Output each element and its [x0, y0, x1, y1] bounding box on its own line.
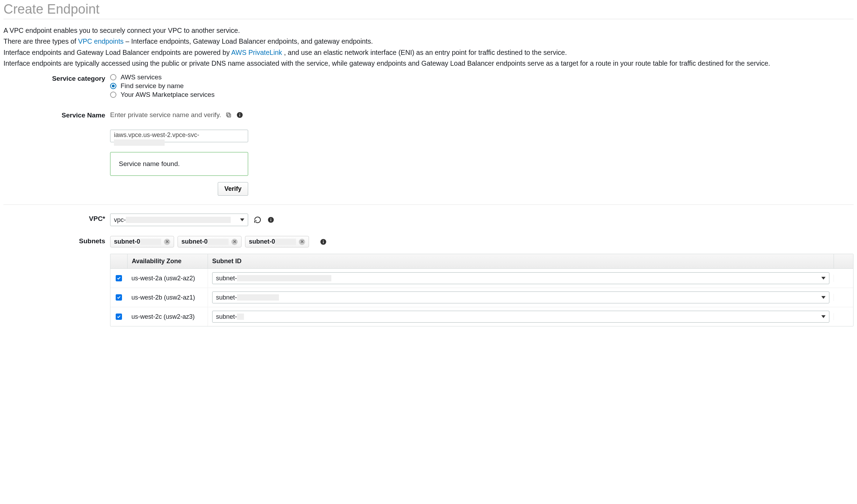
table-row: us-west-2a (usw2-az2) subnet-: [110, 269, 853, 288]
chevron-down-icon: [821, 277, 826, 280]
az-cell: us-west-2c (usw2-az3): [127, 310, 208, 324]
svg-rect-10: [323, 240, 324, 241]
subnet-table: Availability Zone Subnet ID us-west-2a (…: [110, 254, 854, 326]
info-icon[interactable]: [267, 216, 275, 224]
subnets-label: Subnets: [3, 236, 110, 245]
vpc-endpoints-link[interactable]: VPC endpoints: [78, 37, 124, 45]
service-category-label: Service category: [3, 73, 110, 82]
svg-rect-1: [226, 113, 230, 116]
refresh-icon[interactable]: [254, 216, 261, 224]
subnet-dropdown[interactable]: subnet-: [212, 272, 829, 284]
col-subnet-id: Subnet ID: [208, 254, 834, 268]
az-cell: us-west-2a (usw2-az2): [127, 271, 208, 286]
info-icon[interactable]: [236, 111, 244, 119]
chevron-down-icon: [240, 218, 244, 221]
radio-find-by-name-label: Find service by name: [121, 82, 184, 90]
radio-find-by-name[interactable]: [110, 83, 116, 89]
divider: [3, 204, 854, 205]
radio-marketplace-label: Your AWS Marketplace services: [121, 91, 215, 99]
row-checkbox[interactable]: [116, 275, 122, 281]
chevron-down-icon: [821, 315, 826, 318]
svg-rect-0: [228, 114, 231, 117]
col-az: Availability Zone: [127, 254, 208, 268]
subnet-chip[interactable]: subnet-0 ✕: [178, 236, 242, 247]
subnet-chip[interactable]: subnet-0 ✕: [245, 236, 309, 247]
radio-aws-services[interactable]: [110, 74, 116, 80]
intro-line4: Interface endpoints are typically access…: [3, 58, 854, 69]
table-header: Availability Zone Subnet ID: [110, 254, 853, 269]
remove-chip-icon[interactable]: ✕: [164, 239, 170, 245]
row-checkbox[interactable]: [116, 294, 122, 301]
intro-block: A VPC endpoint enables you to securely c…: [3, 26, 854, 69]
service-name-success: Service name found.: [110, 152, 248, 176]
svg-rect-9: [323, 241, 324, 243]
redacted-service-suffix: [114, 139, 165, 146]
az-cell: us-west-2b (usw2-az1): [127, 290, 208, 305]
vpc-label: VPC*: [3, 214, 110, 223]
svg-rect-3: [239, 114, 240, 116]
remove-chip-icon[interactable]: ✕: [231, 239, 238, 245]
copy-icon[interactable]: [225, 111, 232, 119]
service-name-input[interactable]: iaws.vpce.us-west-2.vpce-svc-: [110, 130, 248, 142]
radio-aws-services-label: AWS services: [121, 73, 162, 81]
info-icon[interactable]: [319, 238, 327, 246]
redacted-vpc-id: [126, 217, 231, 223]
service-name-hint: Enter private service name and verify.: [110, 111, 221, 119]
subnet-dropdown[interactable]: subnet-: [212, 291, 829, 303]
remove-chip-icon[interactable]: ✕: [299, 239, 305, 245]
service-name-label: Service Name: [3, 110, 110, 119]
row-checkbox[interactable]: [116, 314, 122, 320]
svg-rect-6: [271, 219, 271, 221]
table-row: us-west-2c (usw2-az3) subnet-: [110, 307, 853, 326]
vpc-dropdown[interactable]: vpc-: [110, 214, 248, 226]
intro-line2: There are three types of VPC endpoints –…: [3, 36, 854, 46]
intro-line1: A VPC endpoint enables you to securely c…: [3, 26, 854, 36]
subnet-dropdown[interactable]: subnet-: [212, 311, 829, 323]
table-row: us-west-2b (usw2-az1) subnet-: [110, 288, 853, 307]
verify-button[interactable]: Verify: [218, 182, 248, 196]
subnet-chip[interactable]: subnet-0 ✕: [110, 236, 174, 247]
page-title: Create Endpoint: [3, 2, 854, 17]
chevron-down-icon: [821, 296, 826, 299]
aws-privatelink-link[interactable]: AWS PrivateLink: [231, 49, 282, 56]
radio-marketplace[interactable]: [110, 92, 116, 98]
svg-rect-7: [271, 218, 271, 219]
intro-line3: Interface endpoints and Gateway Load Bal…: [3, 48, 854, 58]
divider: [3, 19, 854, 19]
svg-rect-4: [239, 113, 240, 114]
